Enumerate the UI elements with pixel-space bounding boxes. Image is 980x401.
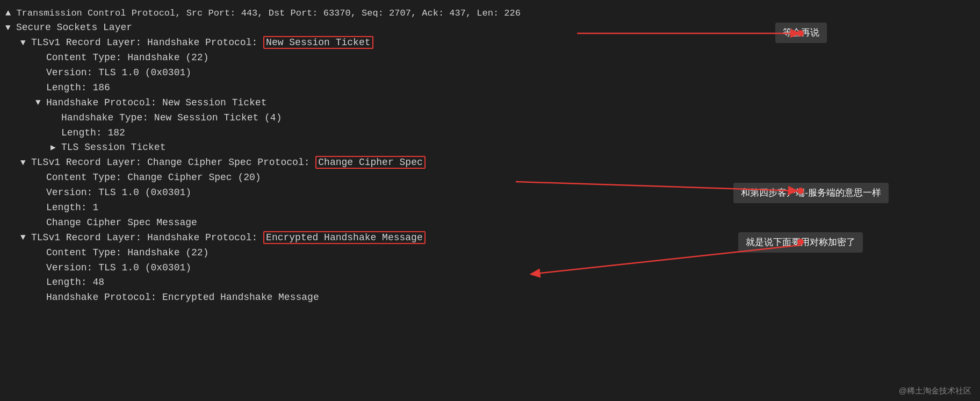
length-48-row: Length: 48 xyxy=(5,275,975,290)
annotation-symmetric: 就是说下面要用对称加密了 xyxy=(738,232,863,253)
version-text-2: Version: TLS 1.0 (0x0301) xyxy=(46,185,191,200)
tlsv1-new-session-row[interactable]: TLSv1 Record Layer: Handshake Protocol: … xyxy=(5,35,975,51)
tlsv1-change-cipher-row[interactable]: TLSv1 Record Layer: Change Cipher Spec P… xyxy=(5,155,975,170)
tlsv1-new-session-text: TLSv1 Record Layer: Handshake Protocol: … xyxy=(31,35,373,51)
change-cipher-msg-row: Change Cipher Spec Message xyxy=(5,216,975,231)
length-182-row: Length: 182 xyxy=(5,126,975,141)
version-row-3: Version: TLS 1.0 (0x0301) xyxy=(5,261,975,276)
tlsv1-change-cipher-text: TLSv1 Record Layer: Change Cipher Spec P… xyxy=(31,155,426,170)
ssl-root-row[interactable]: Secure Sockets Layer xyxy=(5,20,975,35)
handshake-protocol-arrow[interactable] xyxy=(35,96,46,110)
encrypted-handshake-highlight: Encrypted Handshake Message xyxy=(263,231,426,244)
handshake-type-text: Handshake Type: New Session Ticket (4) xyxy=(61,111,282,126)
tls-session-ticket-arrow[interactable] xyxy=(51,141,61,155)
handshake-encrypted-row: Handshake Protocol: Encrypted Handshake … xyxy=(5,290,975,305)
top-bar-row: ▲ Transmission Control Protocol, Src Por… xyxy=(5,6,975,20)
tlsv1-encrypted-arrow[interactable] xyxy=(20,231,31,245)
annotation-new-session: 等会再说 xyxy=(775,23,827,43)
change-cipher-msg-text: Change Cipher Spec Message xyxy=(46,216,197,231)
annotation-change-cipher: 和第四步客户端-服务端的意思一样 xyxy=(733,183,889,203)
length-1-text: Length: 1 xyxy=(46,200,98,216)
new-session-highlight: New Session Ticket xyxy=(263,36,373,49)
version-text-3: Version: TLS 1.0 (0x0301) xyxy=(46,261,191,276)
tls-session-ticket-row[interactable]: TLS Session Ticket xyxy=(5,140,975,155)
handshake-type-row: Handshake Type: New Session Ticket (4) xyxy=(5,111,975,126)
top-bar-text: ▲ Transmission Control Protocol, Src Por… xyxy=(5,6,521,20)
tls-session-ticket-text: TLS Session Ticket xyxy=(61,140,165,155)
tlsv1-encrypted-text: TLSv1 Record Layer: Handshake Protocol: … xyxy=(31,231,426,246)
version-text-1: Version: TLS 1.0 (0x0301) xyxy=(46,66,191,81)
content-type-handshake-text: Content Type: Handshake (22) xyxy=(46,51,208,66)
length-186-text: Length: 186 xyxy=(46,81,110,96)
tlsv1-change-cipher-arrow[interactable] xyxy=(20,156,31,170)
change-cipher-highlight: Change Cipher Spec xyxy=(315,156,425,169)
tlsv1-new-session-arrow[interactable] xyxy=(20,37,31,50)
length-182-text: Length: 182 xyxy=(61,126,125,141)
ssl-arrow[interactable] xyxy=(5,22,16,35)
version-row-1: Version: TLS 1.0 (0x0301) xyxy=(5,66,975,81)
handshake-protocol-text: Handshake Protocol: New Session Ticket xyxy=(46,96,266,111)
content-type-handshake2-text: Content Type: Handshake (22) xyxy=(46,246,208,261)
watermark: @稀土淘金技术社区 xyxy=(899,384,971,397)
packet-tree: ▲ Transmission Control Protocol, Src Por… xyxy=(0,4,980,307)
content-type-handshake-row: Content Type: Handshake (22) xyxy=(5,51,975,66)
handshake-protocol-row[interactable]: Handshake Protocol: New Session Ticket xyxy=(5,96,975,111)
length-48-text: Length: 48 xyxy=(46,275,104,290)
length-186-row: Length: 186 xyxy=(5,81,975,96)
ssl-root-text: Secure Sockets Layer xyxy=(16,20,132,35)
handshake-encrypted-text: Handshake Protocol: Encrypted Handshake … xyxy=(46,290,319,305)
content-type-change-text: Content Type: Change Cipher Spec (20) xyxy=(46,170,261,185)
